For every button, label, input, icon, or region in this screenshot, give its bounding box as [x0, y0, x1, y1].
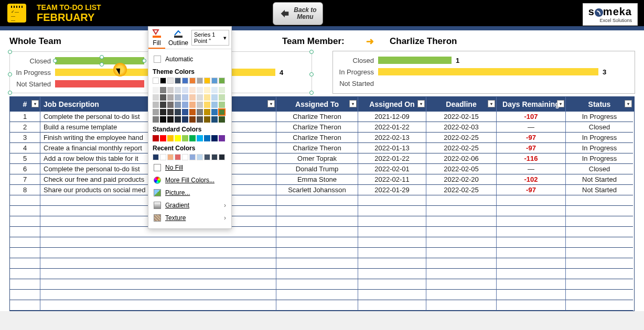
color-swatch[interactable]: [175, 154, 181, 160]
color-swatch[interactable]: [160, 154, 166, 160]
color-swatch[interactable]: [153, 109, 159, 115]
color-swatch[interactable]: [160, 116, 166, 123]
color-swatch[interactable]: [182, 116, 188, 123]
color-swatch[interactable]: [167, 94, 174, 101]
table-row[interactable]: 2Build a resume template Charlize Theron…: [10, 122, 634, 133]
table-row[interactable]: .......: [10, 206, 634, 216]
color-swatch[interactable]: [204, 94, 210, 101]
color-swatch[interactable]: [182, 94, 188, 101]
color-swatch[interactable]: [219, 78, 225, 84]
filter-status[interactable]: ▾: [625, 100, 632, 107]
color-swatch[interactable]: [153, 135, 159, 141]
color-swatch[interactable]: [204, 109, 210, 115]
color-swatch[interactable]: [197, 154, 203, 160]
color-swatch[interactable]: [189, 102, 196, 108]
color-swatch[interactable]: [167, 78, 174, 84]
color-swatch[interactable]: [197, 78, 203, 84]
closed-bar[interactable]: [55, 57, 144, 64]
color-swatch[interactable]: [153, 102, 159, 108]
color-swatch[interactable]: [219, 116, 225, 123]
no-fill[interactable]: No Fill: [153, 161, 227, 174]
color-swatch[interactable]: [182, 109, 188, 115]
color-swatch[interactable]: [211, 102, 218, 108]
table-row[interactable]: .......: [10, 216, 634, 227]
table-row[interactable]: .......: [10, 227, 634, 237]
texture-fill[interactable]: Texture›: [153, 212, 227, 224]
color-swatch[interactable]: [219, 109, 225, 115]
color-swatch[interactable]: [197, 109, 203, 115]
color-swatch[interactable]: [204, 102, 210, 108]
color-swatch[interactable]: [189, 87, 196, 93]
picture-fill[interactable]: Picture...: [153, 186, 227, 199]
color-swatch[interactable]: [160, 135, 166, 141]
color-swatch[interactable]: [182, 102, 188, 108]
color-swatch[interactable]: [153, 94, 159, 101]
color-swatch[interactable]: [153, 78, 159, 84]
color-swatch[interactable]: [167, 87, 174, 93]
color-swatch[interactable]: [219, 135, 225, 141]
color-swatch[interactable]: [175, 94, 181, 101]
color-swatch[interactable]: [182, 154, 188, 160]
color-swatch[interactable]: [211, 135, 218, 141]
color-swatch[interactable]: [204, 78, 210, 84]
table-row[interactable]: .......: [10, 237, 634, 248]
color-swatch[interactable]: [175, 116, 181, 123]
color-swatch[interactable]: [189, 78, 196, 84]
outline-tab[interactable]: Outline: [165, 27, 191, 49]
color-swatch[interactable]: [204, 154, 210, 160]
color-swatch[interactable]: [160, 102, 166, 108]
color-swatch[interactable]: [211, 154, 218, 160]
color-swatch[interactable]: [175, 78, 181, 84]
color-swatch[interactable]: [197, 94, 203, 101]
color-swatch[interactable]: [204, 116, 210, 123]
more-fill-colors[interactable]: More Fill Colors...: [153, 174, 227, 186]
filter-days[interactable]: ▾: [557, 100, 564, 107]
filter-dead[interactable]: ▾: [488, 100, 495, 107]
fill-tab[interactable]: Fill: [148, 27, 165, 49]
color-swatch[interactable]: [219, 87, 225, 93]
color-swatch[interactable]: [189, 135, 196, 141]
color-swatch[interactable]: [175, 102, 181, 108]
table-row[interactable]: .......: [10, 248, 634, 258]
filter-desc[interactable]: ▾: [267, 100, 275, 107]
color-swatch[interactable]: [204, 87, 210, 93]
color-swatch[interactable]: [211, 109, 218, 115]
table-row[interactable]: 6Complete the personal to-do list Donald…: [10, 164, 634, 174]
color-swatch[interactable]: [153, 87, 159, 93]
table-row[interactable]: 5Add a row below this table for it Omer …: [10, 153, 634, 164]
color-swatch[interactable]: [175, 87, 181, 93]
color-swatch[interactable]: [197, 135, 203, 141]
color-swatch[interactable]: [182, 78, 188, 84]
back-to-menu-button[interactable]: Back to Menu: [273, 2, 323, 25]
color-swatch[interactable]: [197, 102, 203, 108]
color-swatch[interactable]: [189, 94, 196, 101]
color-swatch[interactable]: [167, 135, 174, 141]
color-swatch[interactable]: [197, 87, 203, 93]
color-swatch[interactable]: [160, 94, 166, 101]
table-row[interactable]: .......: [10, 290, 634, 300]
color-swatch[interactable]: [167, 102, 174, 108]
color-swatch[interactable]: [219, 94, 225, 101]
gradient-fill[interactable]: Gradient›: [153, 199, 227, 212]
color-swatch[interactable]: [182, 87, 188, 93]
automatic-fill[interactable]: Automatic: [153, 53, 227, 65]
table-row[interactable]: 4Create a financial monthly report Charl…: [10, 143, 634, 153]
color-swatch[interactable]: [153, 116, 159, 123]
color-swatch[interactable]: [175, 135, 181, 141]
color-swatch[interactable]: [153, 154, 159, 160]
table-row[interactable]: 1Complete the personal to-do list Charli…: [10, 112, 634, 122]
table-row[interactable]: .......: [10, 300, 634, 311]
color-swatch[interactable]: [189, 109, 196, 115]
color-swatch[interactable]: [189, 116, 196, 123]
table-row[interactable]: .......: [10, 269, 634, 279]
table-row[interactable]: 3Finish writing the employee hand Charli…: [10, 133, 634, 143]
color-swatch[interactable]: [175, 109, 181, 115]
table-row[interactable]: .......: [10, 258, 634, 269]
color-swatch[interactable]: [160, 78, 166, 84]
color-swatch[interactable]: [197, 116, 203, 123]
filter-on[interactable]: ▾: [417, 100, 425, 107]
color-swatch[interactable]: [211, 87, 218, 93]
table-row[interactable]: 7Check our free and paid products Emma S…: [10, 174, 634, 185]
color-swatch[interactable]: [167, 154, 174, 160]
color-swatch[interactable]: [160, 87, 166, 93]
